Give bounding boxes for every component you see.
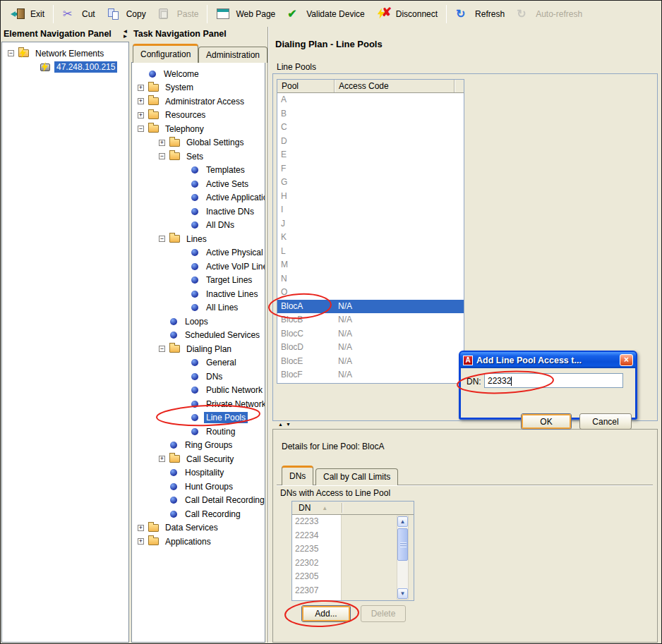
pool-row-l[interactable]: L [277,245,464,259]
toolbar-web-page-button[interactable]: Web Page [210,4,281,24]
tree-item-active-applicatio[interactable]: Active Applicatio [132,191,265,205]
tree-item-target-lines[interactable]: Target Lines [132,274,265,288]
tree-item-ring-groups[interactable]: Ring Groups [132,439,265,453]
toolbar-validate-device-button[interactable]: ✔Validate Device [281,4,371,24]
pool-row-j[interactable]: J [277,217,464,231]
collapse-minus-icon[interactable]: − [8,50,14,56]
tree-item-inactive-lines[interactable]: Inactive Lines [132,287,265,301]
tree-item-all-lines[interactable]: All Lines [132,301,265,315]
collapse-minus-icon[interactable]: − [159,153,165,159]
expand-plus-icon[interactable]: + [138,98,144,104]
column-header-pool[interactable]: Pool [277,80,335,92]
tree-item-call-detail-recording[interactable]: Call Detail Recording [132,494,265,508]
tree-item-global-settings[interactable]: +Global Settings [132,136,265,150]
tree-item-private-network[interactable]: Private Network [132,397,265,411]
cancel-button[interactable]: Cancel [579,413,632,430]
pool-row-blocd[interactable]: BlocDN/A [277,341,464,355]
scroll-up-icon[interactable]: ▲ [397,516,408,527]
column-header-access-code[interactable]: Access Code [335,80,455,92]
pool-row-d[interactable]: D [277,135,464,149]
tree-item-templates[interactable]: Templates [132,164,265,178]
tree-item-applications[interactable]: +Applications [132,535,265,549]
scrollbar-thumb[interactable] [397,528,408,561]
toolbar-exit-button[interactable]: Exit [5,4,50,24]
expand-plus-icon[interactable]: + [138,525,144,531]
dn-item-22235[interactable]: 22235 [292,542,341,557]
collapse-minus-icon[interactable]: − [159,346,165,352]
pool-row-g[interactable]: G [277,176,464,190]
toolbar-disconnect-button[interactable]: ✘Disconnect [371,4,443,24]
dn-input[interactable]: 22332 [484,373,623,388]
tree-item-scheduled-services[interactable]: Scheduled Services [132,329,265,343]
tree-item-loops[interactable]: Loops [132,315,265,329]
tree-item-dns[interactable]: DNs [132,370,265,384]
tree-item-call-security[interactable]: +Call Security [132,452,265,466]
tree-item-system[interactable]: +System [132,81,265,95]
tree-item-routing[interactable]: Routing [132,425,265,439]
tree-item-network-elements[interactable]: −Network Elements [2,47,128,61]
expand-plus-icon[interactable]: + [138,112,144,119]
dn-column-header[interactable]: DN ▲ [292,502,414,515]
pool-row-n[interactable]: N [277,272,464,286]
pool-row-o[interactable]: O [277,286,464,300]
collapse-minus-icon[interactable]: − [159,236,165,242]
expand-plus-icon[interactable]: + [138,538,144,545]
tree-item-resources[interactable]: +Resources [132,109,265,123]
pool-row-c[interactable]: C [277,121,464,135]
pool-row-a[interactable]: A [277,93,464,107]
dialog-titlebar[interactable]: A Add Line Pool Access t... × [460,352,636,368]
expand-plus-icon[interactable]: + [159,140,165,146]
tab-administration[interactable]: Administration [198,47,267,63]
tree-item-welcome[interactable]: Welcome [132,67,265,81]
tab-call-by-call-limits[interactable]: Call by Call Limits [315,468,398,485]
panel-collapse-icon[interactable]: ◄► [122,29,128,39]
pool-row-blocb[interactable]: BlocBN/A [277,313,464,327]
add-button[interactable]: Add... [301,605,351,622]
tree-item-telephony[interactable]: −Telephony [132,122,265,136]
tree-item-line-pools[interactable]: Line Pools [132,411,265,425]
tab-configuration[interactable]: Configuration [133,44,198,63]
tree-item-active-physical-l[interactable]: Active Physical L [132,246,265,260]
tree-item-active-sets[interactable]: Active Sets [132,177,265,191]
dn-list-scrollbar[interactable]: ▲ ▼ [397,516,409,600]
pool-row-bloca[interactable]: BlocAN/A [277,300,464,314]
tree-item-hunt-groups[interactable]: Hunt Groups [132,480,265,494]
expand-plus-icon[interactable]: + [138,85,144,91]
collapse-minus-icon[interactable]: − [138,126,144,132]
pool-row-m[interactable]: M [277,258,464,272]
tree-item-data-services[interactable]: +Data Services [132,521,265,535]
close-icon[interactable]: × [620,354,633,366]
pool-row-k[interactable]: K [277,231,464,245]
dn-item-22234[interactable]: 22234 [292,529,341,543]
pool-row-bloce[interactable]: BlocEN/A [277,355,464,369]
tab-dns[interactable]: DNs [282,466,313,485]
tree-item-active-voip-lines[interactable]: Active VoIP Lines [132,260,265,274]
tree-item-all-dns[interactable]: All DNs [132,219,265,233]
toolbar-copy-button[interactable]: Copy [101,4,152,24]
tree-item-sets[interactable]: −Sets [132,150,265,164]
pool-row-f[interactable]: F [277,162,464,176]
tree-item-administrator-access[interactable]: +Administrator Access [132,95,265,109]
tree-item-hospitality[interactable]: Hospitality [132,466,265,480]
pool-row-h[interactable]: H [277,190,464,204]
pool-row-b[interactable]: B [277,107,464,121]
tree-item-47-248-100-215[interactable]: 47.248.100.215 [2,61,128,75]
dn-item-22302[interactable]: 22302 [292,557,341,571]
dn-item-22305[interactable]: 22305 [292,570,341,584]
tree-item-inactive-dns[interactable]: Inactive DNs [132,205,265,219]
panel-divider[interactable] [267,27,269,643]
tree-item-public-network[interactable]: Public Network [132,384,265,398]
splitter-arrows-icon[interactable]: ▲▼ [278,422,294,427]
pool-row-blocf[interactable]: BlocFN/A [277,368,464,382]
dn-item-22233[interactable]: 22233 [292,515,341,529]
toolbar-refresh-button[interactable]: ↻Refresh [450,4,510,24]
dn-item-22307[interactable]: 22307 [292,584,341,598]
scroll-down-icon[interactable]: ▼ [397,588,408,599]
pool-row-i[interactable]: I [277,203,464,217]
pool-row-blocc[interactable]: BlocCN/A [277,327,464,341]
toolbar-cut-button[interactable]: ✂Cut [56,4,101,24]
expand-plus-icon[interactable]: + [159,456,165,462]
pool-row-e[interactable]: E [277,148,464,162]
tree-item-call-recording[interactable]: Call Recording [132,507,265,521]
ok-button[interactable]: OK [521,413,572,430]
